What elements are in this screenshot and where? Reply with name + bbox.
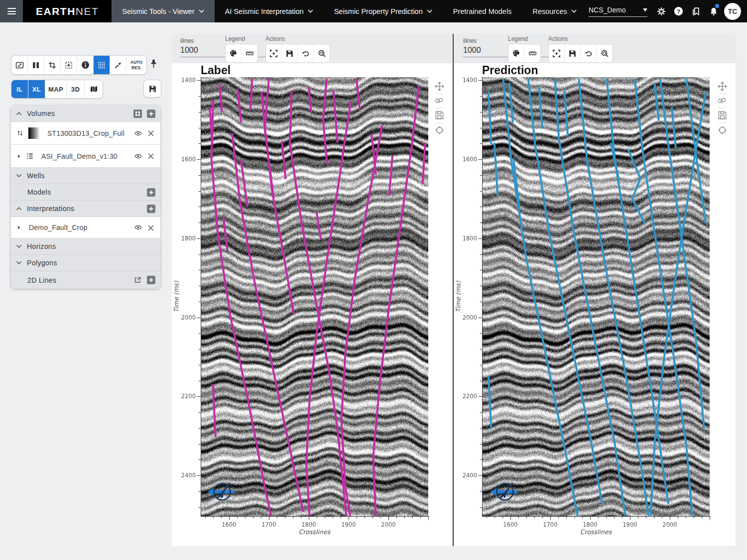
seismic-canvas-label[interactable]: [172, 63, 452, 546]
notification-dot: [715, 4, 719, 8]
x-tick-label: 1600: [503, 521, 517, 528]
remove-layer-button[interactable]: ×: [147, 151, 155, 161]
scale-button[interactable]: [524, 44, 540, 62]
center-view-button[interactable]: [266, 44, 282, 62]
dots-grid-icon: [98, 61, 106, 69]
add-2d-line-button[interactable]: [147, 276, 155, 284]
section-interpretations[interactable]: Interpretations: [11, 201, 160, 217]
info-icon: [81, 61, 90, 69]
workspace-select[interactable]: NCS_Demo: [589, 6, 647, 17]
save-image-button[interactable]: [282, 44, 298, 62]
info-button[interactable]: [77, 56, 94, 74]
view-mode-xl[interactable]: XL: [28, 80, 45, 98]
section-volumes[interactable]: Volumes: [11, 106, 160, 122]
expand-triangle-icon[interactable]: [16, 153, 21, 159]
legend-button-group: [225, 44, 258, 63]
reset-view-button[interactable]: [718, 123, 727, 137]
documentation-button[interactable]: [687, 0, 705, 22]
north-compass-icon: N: [490, 477, 520, 506]
save-outline-icon: [718, 111, 727, 120]
section-wells[interactable]: Wells: [11, 168, 160, 184]
colormap-button[interactable]: [508, 44, 524, 62]
help-button[interactable]: ?: [670, 0, 687, 22]
visibility-toggle[interactable]: [134, 153, 142, 160]
notifications-button[interactable]: [705, 0, 722, 22]
zoom-tool-button[interactable]: [717, 94, 727, 108]
seismic-canvas-prediction[interactable]: [455, 63, 736, 546]
x-tick-label: 1800: [301, 521, 316, 528]
basemap-button[interactable]: [85, 80, 103, 98]
reset-axes-icon: [435, 125, 444, 135]
add-model-button[interactable]: [147, 188, 155, 197]
viewer-toolbar: AUTORES.: [11, 55, 147, 75]
add-volume-button[interactable]: [147, 110, 155, 118]
view-mode-il[interactable]: IL: [11, 80, 28, 98]
save-view-button[interactable]: [143, 80, 161, 98]
volume-grid-button[interactable]: [133, 110, 142, 118]
nav-item-pretrained-models[interactable]: Pretrained Models: [443, 0, 522, 22]
center-view-button[interactable]: [549, 44, 565, 62]
download-image-button[interactable]: [718, 108, 727, 122]
undo-button[interactable]: [298, 44, 314, 62]
section-2d-lines[interactable]: 2D Lines: [11, 271, 160, 289]
zoom-reset-button[interactable]: [597, 44, 613, 62]
scale-button[interactable]: [242, 44, 257, 62]
x-tick-label: 1700: [543, 521, 557, 528]
zoom-reset-button[interactable]: [314, 44, 330, 62]
section-horizons[interactable]: Horizons: [11, 238, 160, 255]
reset-view-button[interactable]: [435, 123, 444, 137]
legend-button-group: [508, 44, 541, 63]
settings-button[interactable]: [652, 0, 670, 22]
fit-screen-button[interactable]: [11, 56, 28, 74]
nav-item-seismic-property-prediction[interactable]: Seismic Property Prediction: [324, 0, 443, 22]
hamburger-menu-button[interactable]: [0, 0, 23, 22]
volume-row-st13003d13[interactable]: ST13003D13_Crop_Full ×: [11, 122, 160, 145]
volume-row-asi-fault-demo[interactable]: ASI_Fault_Demo_v1:30 ×: [11, 145, 160, 168]
pin-panel-button[interactable]: [149, 59, 158, 70]
save-image-button[interactable]: [565, 44, 581, 62]
save-outline-icon: [435, 111, 444, 120]
user-avatar[interactable]: TC: [724, 3, 741, 20]
y-tick-label: 1600: [181, 156, 196, 163]
plus-icon: [148, 190, 154, 195]
view-mode-3d[interactable]: 3D: [67, 80, 85, 98]
prediction-seismic-panel[interactable]: Prediction Crosslines Time (ms) N 160017…: [455, 63, 736, 546]
y-tick-label: 2200: [463, 393, 477, 400]
download-image-button[interactable]: [435, 108, 444, 122]
y-tick-label: 1800: [463, 235, 477, 242]
open-2d-lines-button[interactable]: [133, 276, 142, 284]
picker-button[interactable]: [110, 56, 126, 74]
section-models[interactable]: Models: [11, 184, 160, 201]
crop-button[interactable]: [44, 56, 61, 74]
undo-button[interactable]: [581, 44, 597, 62]
pan-tool-button[interactable]: [718, 79, 727, 94]
expand-triangle-icon[interactable]: [16, 224, 21, 230]
remove-layer-button[interactable]: ×: [147, 223, 155, 232]
label-seismic-panel[interactable]: Label Crosslines Time (ms) N 16001700180…: [172, 63, 452, 546]
pan-tool-button[interactable]: [435, 79, 444, 94]
reorder-icon[interactable]: [16, 129, 24, 137]
plus-icon: [148, 277, 154, 283]
remove-layer-button[interactable]: ×: [147, 128, 155, 138]
section-polygons[interactable]: Polygons: [11, 255, 160, 271]
colormap-thumbnail[interactable]: [28, 127, 40, 139]
interpretation-row-demo-fault-crop[interactable]: Demo_Fault_Crop ×: [11, 217, 160, 238]
dots-grid-button[interactable]: [94, 56, 110, 74]
actions-group-label: Actions: [265, 35, 330, 42]
save-icon: [568, 49, 577, 58]
zoom-tool-button[interactable]: [434, 94, 444, 108]
visibility-toggle[interactable]: [134, 130, 142, 137]
grid-settings-button[interactable]: [61, 56, 77, 74]
interpretation-name: Demo_Fault_Crop: [29, 224, 87, 231]
view-mode-map[interactable]: MAP: [45, 80, 67, 98]
y-tick-label: 1800: [181, 235, 196, 242]
visibility-toggle[interactable]: [134, 224, 142, 231]
nav-item-resources[interactable]: Resources: [522, 0, 587, 22]
caret-down-icon: [643, 8, 647, 11]
colormap-button[interactable]: [226, 44, 242, 62]
nav-item-seismic-tools-viewer[interactable]: Seismic Tools - Viewer: [112, 0, 214, 22]
auto-res-button[interactable]: AUTORES.: [126, 56, 146, 74]
split-view-button[interactable]: [28, 56, 44, 74]
add-interpretation-button[interactable]: [147, 205, 155, 213]
nav-item-ai-seismic-interpretation[interactable]: AI Seismic Interpretation: [215, 0, 324, 22]
